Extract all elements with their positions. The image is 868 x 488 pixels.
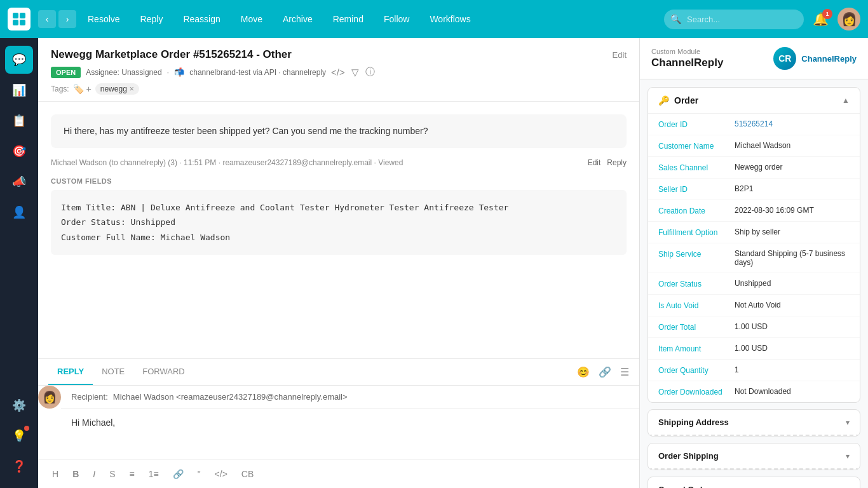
tab-note[interactable]: NOTE bbox=[93, 359, 133, 385]
tab-forward[interactable]: FORWARD bbox=[133, 359, 193, 385]
order-section-chevron: ▲ bbox=[842, 96, 850, 105]
format-h-button[interactable]: H bbox=[48, 466, 62, 482]
recipient-value: Michael Wadson <reamazeuser24327189@chan… bbox=[113, 392, 348, 402]
order-section-icon: 🔑 bbox=[658, 95, 669, 105]
sidebar-item-bulb[interactable]: 💡 bbox=[5, 422, 33, 450]
module-title: ChannelReply bbox=[651, 57, 723, 69]
app-logo bbox=[8, 8, 31, 30]
order-shipping-header[interactable]: Order Shipping ▾ bbox=[648, 444, 860, 470]
sidebar-item-gear[interactable]: ⚙️ bbox=[5, 391, 33, 419]
order-id-link[interactable]: 515265214 bbox=[735, 119, 773, 128]
module-logo: CR ChannelReply bbox=[773, 47, 857, 70]
message-reply-link[interactable]: Reply bbox=[607, 158, 627, 167]
module-label: Custom Module bbox=[651, 48, 723, 55]
remove-tag-icon[interactable]: × bbox=[130, 85, 134, 93]
resolve-button[interactable]: Resolve bbox=[79, 9, 129, 29]
follow-button[interactable]: Follow bbox=[375, 9, 418, 29]
sidebar: 💬 📊 📋 🎯 📣 👤 ⚙️ 💡 ❓ bbox=[0, 38, 38, 488]
notification-bell[interactable]: 🔔 1 bbox=[813, 11, 829, 27]
right-panel: Custom Module ChannelReply CR ChannelRep… bbox=[639, 38, 868, 488]
custom-field-customer-name: Customer Full Name: Michael Wadson bbox=[61, 230, 616, 245]
user-avatar[interactable]: 👩 bbox=[837, 8, 860, 30]
sidebar-item-help[interactable]: ❓ bbox=[5, 452, 33, 480]
order-section-card: 🔑 Order ▲ Order ID 515265214 Customer Na… bbox=[648, 87, 860, 403]
add-tag-icon[interactable]: 🏷️ + bbox=[73, 84, 92, 94]
field-item-amount: Item Amount 1.00 USD bbox=[648, 338, 860, 360]
conversation-title: Newegg Marketplace Order #515265214 - Ot… bbox=[51, 48, 292, 61]
reply-toolbar: H B I S ≡ 1≡ 🔗 " </> CB bbox=[38, 459, 639, 488]
format-bold-button[interactable]: B bbox=[69, 466, 83, 482]
custom-fields-label: CUSTOM FIELDS bbox=[51, 177, 627, 185]
remind-button[interactable]: Remind bbox=[324, 9, 372, 29]
status-badge: OPEN bbox=[51, 67, 81, 78]
reply-button[interactable]: Reply bbox=[132, 9, 172, 29]
cancel-order-chevron: ▾ bbox=[846, 485, 850, 489]
reply-body[interactable]: Hi Michael, bbox=[61, 409, 639, 459]
shipping-address-title: Shipping Address bbox=[658, 417, 729, 427]
format-cb-button[interactable]: CB bbox=[238, 466, 257, 482]
search-wrap: 🔍 bbox=[664, 10, 804, 29]
link-icon[interactable]: 🔗 bbox=[599, 366, 611, 378]
notification-badge: 1 bbox=[822, 9, 832, 19]
message-edit-link[interactable]: Edit bbox=[588, 158, 601, 167]
field-order-downloaded: Order Downloaded Not Downloaded bbox=[648, 381, 860, 402]
search-icon: 🔍 bbox=[670, 14, 681, 24]
svg-rect-1 bbox=[20, 13, 25, 18]
emoji-icon[interactable]: 😊 bbox=[577, 366, 590, 378]
custom-field-item-title: Item Title: ABN | Deluxe Antifreeze and … bbox=[61, 200, 616, 215]
message-meta: Michael Wadson (to channelreply) (3) · 1… bbox=[51, 158, 627, 167]
sidebar-item-megaphone[interactable]: 📣 bbox=[5, 168, 33, 196]
format-link-button[interactable]: 🔗 bbox=[169, 466, 187, 482]
nav-forward-button[interactable]: › bbox=[58, 10, 76, 28]
sidebar-item-book[interactable]: 📋 bbox=[5, 107, 33, 135]
field-order-total: Order Total 1.00 USD bbox=[648, 316, 860, 338]
cancel-order-title: Cancel Order bbox=[658, 485, 710, 488]
order-shipping-section: Order Shipping ▾ bbox=[648, 443, 860, 470]
svg-rect-0 bbox=[13, 13, 18, 18]
sidebar-item-chart[interactable]: 📊 bbox=[5, 76, 33, 104]
format-ul-button[interactable]: ≡ bbox=[125, 466, 138, 482]
template-icon[interactable]: ☰ bbox=[620, 366, 629, 378]
field-seller-id: Seller ID B2P1 bbox=[648, 179, 860, 200]
svg-rect-2 bbox=[13, 20, 18, 25]
format-strikethrough-button[interactable]: S bbox=[105, 466, 119, 482]
info-icon[interactable]: ⓘ bbox=[365, 66, 375, 78]
channel-text: channelbrand-test via API · channelreply bbox=[189, 68, 326, 77]
top-nav: ‹ › Resolve Reply Reassign Move Archive … bbox=[0, 0, 868, 38]
reply-box: REPLY NOTE FORWARD 😊 🔗 ☰ 👩 Recipient: Mi… bbox=[38, 358, 639, 488]
reply-icon-toolbar: 😊 🔗 ☰ bbox=[577, 366, 629, 378]
field-ship-service: Ship Service Standard Shipping (5-7 busi… bbox=[648, 243, 860, 273]
assignee-text: Assignee: Unassigned bbox=[86, 68, 161, 77]
order-section-header[interactable]: 🔑 Order ▲ bbox=[648, 88, 860, 114]
sidebar-item-person[interactable]: 👤 bbox=[5, 198, 33, 226]
search-input[interactable] bbox=[664, 10, 804, 29]
archive-button[interactable]: Archive bbox=[274, 9, 322, 29]
logo-text: ChannelReply bbox=[801, 54, 857, 64]
conversation-header: Newegg Marketplace Order #515265214 - Ot… bbox=[38, 38, 639, 102]
format-italic-button[interactable]: I bbox=[89, 466, 99, 482]
format-code-button[interactable]: </> bbox=[211, 466, 231, 482]
sidebar-item-target[interactable]: 🎯 bbox=[5, 137, 33, 165]
order-section-body: Order ID 515265214 Customer Name Michael… bbox=[648, 114, 860, 402]
shipping-address-header[interactable]: Shipping Address ▾ bbox=[648, 410, 860, 436]
reply-tabs: REPLY NOTE FORWARD 😊 🔗 ☰ bbox=[38, 359, 639, 386]
move-button[interactable]: Move bbox=[232, 9, 271, 29]
sidebar-item-chat[interactable]: 💬 bbox=[5, 46, 33, 74]
field-order-status: Order Status Unshipped bbox=[648, 273, 860, 295]
module-header: Custom Module ChannelReply CR ChannelRep… bbox=[640, 38, 868, 79]
field-sales-channel: Sales Channel Newegg order bbox=[648, 157, 860, 179]
filter-icon[interactable]: ▽ bbox=[351, 67, 359, 78]
reassign-button[interactable]: Reassign bbox=[174, 9, 229, 29]
tab-reply[interactable]: REPLY bbox=[48, 359, 93, 385]
shipping-address-chevron: ▾ bbox=[846, 418, 850, 427]
nav-back-button[interactable]: ‹ bbox=[38, 10, 56, 28]
main-layout: 💬 📊 📋 🎯 📣 👤 ⚙️ 💡 ❓ Newegg Marketplace Or… bbox=[0, 38, 868, 488]
code-icon[interactable]: </> bbox=[331, 67, 345, 78]
field-is-auto-void: Is Auto Void Not Auto Void bbox=[648, 295, 860, 316]
cancel-order-header[interactable]: Cancel Order ▾ bbox=[648, 477, 860, 488]
workflows-button[interactable]: Workflows bbox=[421, 9, 479, 29]
format-ol-button[interactable]: 1≡ bbox=[145, 466, 163, 482]
field-creation-date: Creation Date 2022-08-30 16:09 GMT bbox=[648, 200, 860, 222]
edit-button[interactable]: Edit bbox=[613, 50, 627, 60]
format-quote-button[interactable]: " bbox=[194, 466, 205, 482]
